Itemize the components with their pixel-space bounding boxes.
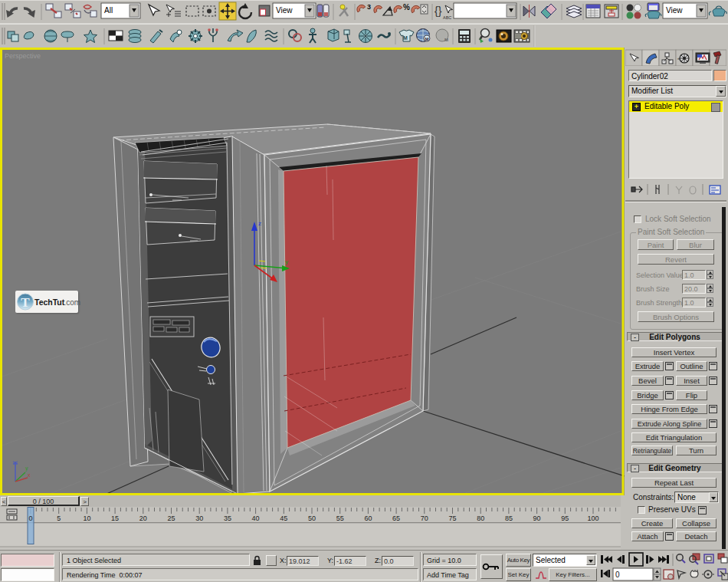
svg-text:25: 25 [167,515,175,522]
svg-text:30: 30 [195,515,203,522]
svg-text:70: 70 [421,515,428,522]
svg-text:10: 10 [83,515,90,522]
svg-text:85: 85 [505,515,513,522]
svg-text:35: 35 [224,515,231,522]
svg-text:z: z [258,220,261,227]
svg-text:80: 80 [477,515,484,522]
svg-text:All: All [104,6,113,15]
svg-text:View: View [666,6,683,15]
svg-text:5: 5 [57,515,61,522]
svg-text:ABC: ABC [443,15,451,20]
svg-text:75: 75 [448,515,456,522]
svg-text:y: y [285,258,288,265]
svg-text:20: 20 [139,515,147,522]
svg-text:.com: .com [64,298,81,307]
svg-text:65: 65 [392,515,400,522]
svg-text:90: 90 [533,515,541,522]
svg-text:View: View [276,6,293,15]
svg-text:60: 60 [364,515,372,522]
svg-text:M: M [403,35,408,41]
svg-text:T: T [21,295,30,310]
svg-text:50: 50 [308,515,316,522]
svg-text:15: 15 [111,515,119,522]
svg-text:TechTut: TechTut [34,298,65,307]
svg-text:40: 40 [252,515,260,522]
svg-text:100: 100 [587,515,598,522]
svg-text:0: 0 [615,570,620,579]
svg-text:M: M [425,37,429,41]
svg-text:95: 95 [561,515,569,522]
svg-text:%: % [403,3,410,12]
svg-text:x: x [28,472,31,478]
svg-text:y: y [25,465,28,472]
svg-text:45: 45 [280,515,287,522]
svg-text:{}: {} [435,5,442,17]
svg-text:55: 55 [336,515,344,522]
svg-text:0: 0 [28,515,32,522]
svg-text:M: M [444,38,448,42]
svg-text:3: 3 [367,3,371,11]
